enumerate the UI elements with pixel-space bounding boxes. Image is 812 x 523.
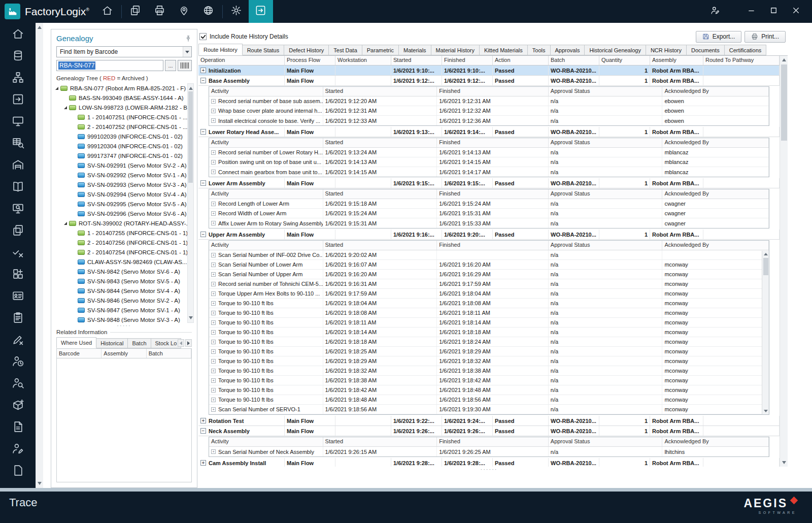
activity-row[interactable]: +Scan Serial Number of Neck Assembly1/6/…	[209, 447, 769, 456]
activity-expand-icon[interactable]: +	[211, 359, 216, 364]
related-tab-batch[interactable]: Batch	[127, 338, 151, 348]
print-button[interactable]: Print...	[745, 31, 786, 43]
home-button[interactable]	[95, 0, 120, 23]
activity-row[interactable]: +Connect main gearbox from base unit to.…	[209, 167, 769, 177]
activity-row[interactable]: +Torque to 90-110 ft lbs1/6/2021 9:18:04…	[209, 299, 769, 308]
tree-expanded-icon[interactable]	[64, 106, 67, 109]
tree-item[interactable]: 999173747 (INFORCE-CNS-01 - 02)	[53, 151, 197, 160]
related-tab-historical[interactable]: Historical	[96, 338, 128, 348]
sidebar-item-clipboard[interactable]	[0, 308, 36, 330]
sidebar-item-database[interactable]	[0, 46, 36, 68]
tree-item[interactable]: 999102039 (INFORCE-CNS-01 - 02)	[53, 132, 197, 141]
tree-item[interactable]: ROT-SN-399002 (ROTARY-HEAD-ASSY-...)	[53, 218, 197, 228]
activity-row[interactable]: +Torque to 90-110 ft lbs1/6/2021 9:18:08…	[209, 308, 769, 318]
activity-row[interactable]: +Torque to 90-110 ft lbs1/6/2021 9:18:42…	[209, 385, 769, 395]
operation-row[interactable]: −Upper Arm AssemblyMain Flow1/6/2021 9:1…	[198, 230, 780, 240]
operation-row[interactable]: +InitializationMain Flow1/6/2021 9:10:..…	[198, 66, 780, 76]
activity-expand-icon[interactable]: +	[211, 301, 216, 306]
activity-expand-icon[interactable]: +	[211, 349, 216, 354]
activity-row[interactable]: +Record Length of Lower Arm1/6/2021 9:15…	[209, 199, 769, 209]
barcode-input[interactable]: RBA-SN-077	[56, 60, 163, 71]
tree-item[interactable]: 999120304 (INFORCE-CNS-01 - 02)	[53, 141, 197, 151]
tree-item[interactable]: SV-SN-9842 (Servo Motor SV-6 - A)	[53, 267, 197, 276]
barcode-scan-button[interactable]	[178, 60, 192, 71]
activity-expand-icon[interactable]: +	[211, 272, 216, 277]
activity-expand-icon[interactable]: +	[211, 378, 216, 383]
splitter-handle[interactable]: ······	[198, 467, 780, 472]
related-tab-where-used[interactable]: Where Used	[56, 337, 96, 348]
sidebar-item-monitor[interactable]	[0, 111, 36, 133]
sidebar-item-doc-half[interactable]	[0, 461, 36, 482]
scroll-down-icon[interactable]	[189, 316, 193, 319]
col-header-finished[interactable]: Finished	[442, 56, 493, 65]
close-button[interactable]	[785, 0, 807, 23]
activity-row[interactable]: +Position swing unit on top of base unit…	[209, 157, 769, 167]
operation-row[interactable]: −Lower Arm AssemblyMain Flow1/6/2021 9:1…	[198, 178, 780, 188]
activity-expand-icon[interactable]: +	[211, 150, 216, 155]
tab-route-history[interactable]: Route History	[198, 44, 243, 55]
sidebar-item-pencil-x[interactable]	[0, 330, 36, 351]
activity-expand-icon[interactable]: +	[211, 282, 216, 286]
activity-row[interactable]: +Torque to 90-110 ft lbs1/6/2021 9:18:18…	[209, 337, 769, 347]
globe-button[interactable]	[196, 0, 221, 23]
activity-row[interactable]: +Record serial number of Tohnichi CEM-5.…	[209, 279, 769, 289]
sidebar-item-pages[interactable]	[0, 220, 36, 242]
tree-item[interactable]: SV-SN-092991 (Servo Motor SV-2 - A)	[53, 160, 197, 170]
sidebar-scrollbar[interactable]	[36, 23, 43, 488]
col-header-assembly[interactable]: Assembly	[650, 56, 703, 65]
minimize-button[interactable]	[740, 0, 762, 23]
col-header-started[interactable]: Started	[391, 56, 442, 65]
activity-expand-icon[interactable]: +	[211, 109, 216, 113]
scroll-up-icon[interactable]	[782, 58, 786, 61]
activity-expand-icon[interactable]: +	[211, 369, 216, 373]
trace-button[interactable]	[249, 0, 273, 23]
activity-row[interactable]: +Record serial number of Lower Rotary H.…	[209, 148, 769, 157]
main-scrollbar[interactable]	[780, 56, 788, 467]
sidebar-item-person-clock[interactable]	[0, 351, 36, 373]
activity-expand-icon[interactable]: +	[211, 99, 216, 104]
activity-expand-icon[interactable]: +	[211, 449, 216, 454]
tab-ncr-history[interactable]: NCR History	[646, 45, 687, 55]
tree-item[interactable]: SV-SN-092994 (Servo Motor SV-4 - A)	[53, 189, 197, 199]
sidebar-item-trace[interactable]	[0, 89, 36, 111]
tree-item[interactable]: RBA-SN-077 (Robot Arm RBA-825-2021 - F)	[53, 83, 197, 93]
tree-expanded-icon[interactable]	[55, 87, 58, 90]
tree-item[interactable]: SV-SN-9843 (Servo Motor SV-5 - A)	[53, 276, 197, 286]
tree-item[interactable]: SV-SN-9844 (Servo Motor SV-4 - A)	[53, 286, 197, 296]
tree-item[interactable]: SV-SN-9846 (Servo Motor SV-2 - A)	[53, 296, 197, 305]
sidebar-item-book[interactable]	[0, 177, 36, 199]
sidebar-item-blocks[interactable]	[0, 264, 36, 286]
activity-expand-icon[interactable]: +	[211, 330, 216, 335]
related-tab-stock-lo[interactable]: Stock Lo	[151, 338, 182, 348]
activity-expand-icon[interactable]: +	[211, 340, 216, 344]
tab-kitted-materials[interactable]: Kitted Materials	[479, 45, 528, 55]
tab-materials[interactable]: Materials	[398, 45, 431, 55]
splitter-handle[interactable]: ·····	[51, 323, 197, 328]
search-type-dropdown[interactable]: Find Item by Barcode	[56, 46, 192, 57]
browse-button[interactable]: ...	[165, 60, 176, 71]
activity-row[interactable]: +Torque to 90-110 ft lbs1/6/2021 9:18:25…	[209, 347, 769, 356]
activity-expand-icon[interactable]: +	[211, 320, 216, 325]
map-pin-button[interactable]	[172, 0, 196, 23]
activity-row[interactable]: +Torque Upper Arm Hex Bolts to 90-110 ..…	[209, 289, 769, 299]
tab-parametric[interactable]: Parametric	[362, 45, 399, 55]
tab-test-data[interactable]: Test Data	[328, 45, 362, 55]
col-header-routed_to[interactable]: Routed To Pathway	[703, 56, 780, 65]
operation-row[interactable]: −Lower Rotary Head Asse...Main Flow1/6/2…	[198, 127, 780, 137]
activity-expand-icon[interactable]: +	[211, 221, 216, 225]
scrollbar-thumb[interactable]	[188, 91, 193, 183]
tab-tools[interactable]: Tools	[527, 45, 551, 55]
activity-expand-icon[interactable]: +	[211, 118, 216, 123]
col-header-quantity[interactable]: Quantity	[599, 56, 650, 65]
activity-row[interactable]: +Wrap base cover plate around internal h…	[209, 106, 769, 116]
activity-expand-icon[interactable]: +	[211, 202, 216, 206]
sidebar-item-person-edit[interactable]	[0, 439, 36, 461]
tree-item[interactable]: 2 - 201407256 (INFORCE-CNS-01 - 1)	[53, 238, 197, 247]
activity-row[interactable]: +Torque to 90-110 ft lbs1/6/2021 9:18:14…	[209, 328, 769, 337]
tree-item[interactable]: 1 - 201407251 (INFORCE-CNS-01 - ...)	[53, 112, 197, 122]
activity-expand-icon[interactable]: +	[211, 211, 216, 216]
operation-row[interactable]: −Base AssemblyMain Flow1/6/2021 9:12:...…	[198, 76, 780, 86]
maximize-button[interactable]	[762, 0, 785, 23]
gear-button[interactable]	[224, 0, 249, 23]
tree-item[interactable]: 2 - 201407254 (INFORCE-CNS-01 - 1)	[53, 247, 197, 257]
